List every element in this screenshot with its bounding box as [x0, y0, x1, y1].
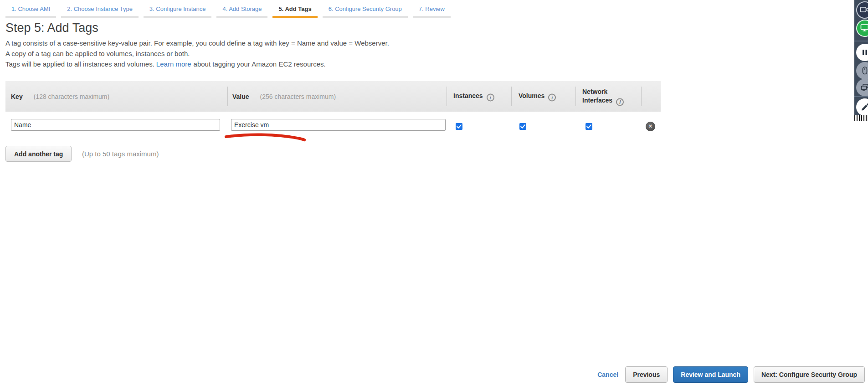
- network-interfaces-checkbox[interactable]: [586, 123, 592, 130]
- tab-add-tags[interactable]: 5. Add Tags: [272, 0, 317, 18]
- mouse-icon[interactable]: [856, 62, 868, 79]
- tag-key-input[interactable]: [11, 119, 220, 131]
- screens-icon[interactable]: [856, 79, 868, 96]
- previous-button[interactable]: Previous: [625, 366, 668, 383]
- tags-table: Key(128 characters maximum) Value(256 ch…: [5, 81, 661, 142]
- instances-column-label: Instances: [453, 92, 483, 99]
- column-divider: [447, 87, 447, 106]
- tab-configure-instance[interactable]: 3. Configure Instance: [144, 0, 212, 18]
- column-divider: [641, 87, 642, 106]
- launch-instance-wizard-page: 1. Choose AMI 2. Choose Instance Type 3.…: [0, 0, 868, 391]
- stripe-pattern: [854, 115, 868, 121]
- learn-more-link[interactable]: Learn more: [156, 60, 191, 68]
- value-column-label: Value: [232, 93, 249, 100]
- network-interfaces-column-label: Network Interfaces: [582, 87, 612, 103]
- page-title: Step 5: Add Tags: [5, 21, 98, 35]
- tag-description-line-3: Tags will be applied to all instances an…: [5, 59, 389, 69]
- checkmark-icon: [520, 123, 526, 129]
- volumes-column-header: Volumesi: [519, 92, 556, 101]
- key-column-hint: (128 characters maximum): [34, 93, 110, 100]
- cancel-link[interactable]: Cancel: [597, 371, 618, 378]
- key-column-label: Key: [11, 93, 23, 100]
- tab-configure-security-group[interactable]: 6. Configure Security Group: [323, 0, 408, 18]
- instances-info-icon[interactable]: i: [487, 93, 494, 101]
- next-configure-security-group-button[interactable]: Next: Configure Security Group: [754, 366, 865, 383]
- value-column-header: Value(256 characters maximum): [232, 93, 336, 100]
- toolbar-divider: [854, 41, 868, 41]
- tag-row: ✕: [5, 112, 661, 142]
- tab-choose-ami[interactable]: 1. Choose AMI: [5, 0, 56, 18]
- column-divider: [575, 87, 576, 106]
- delete-tag-button[interactable]: ✕: [646, 122, 655, 131]
- tag-description-line-2: A copy of a tag can be applied to volume…: [5, 48, 389, 59]
- key-column-header: Key(128 characters maximum): [11, 93, 109, 100]
- tag-description-line-1: A tag consists of a case-sensitive key-v…: [5, 38, 389, 48]
- checkmark-icon: [586, 123, 592, 129]
- wizard-step-nav: 1. Choose AMI 2. Choose Instance Type 3.…: [5, 0, 451, 18]
- video-camera-icon[interactable]: [856, 1, 868, 19]
- screen-recorder-toolbar: [854, 0, 868, 121]
- tag-description: A tag consists of a case-sensitive key-v…: [5, 38, 389, 69]
- instances-checkbox[interactable]: [456, 123, 462, 130]
- footer-divider: [0, 357, 868, 357]
- network-interfaces-column-header: Network Interfacesi: [582, 87, 635, 106]
- tab-add-storage[interactable]: 4. Add Storage: [216, 0, 267, 18]
- toolbar-divider: [854, 96, 868, 97]
- tab-review[interactable]: 7. Review: [413, 0, 451, 18]
- volumes-column-label: Volumes: [519, 92, 544, 99]
- tag-description-line-3-text: Tags will be applied to all instances an…: [5, 60, 154, 68]
- column-divider: [511, 87, 512, 106]
- instances-column-header: Instancesi: [453, 92, 494, 101]
- tab-choose-instance-type[interactable]: 2. Choose Instance Type: [61, 0, 139, 18]
- column-divider: [227, 87, 228, 106]
- add-another-tag-button[interactable]: Add another tag: [5, 146, 72, 162]
- checkmark-icon: [456, 123, 462, 129]
- pause-icon[interactable]: [856, 44, 868, 61]
- pencil-icon[interactable]: [856, 98, 868, 116]
- volumes-info-icon[interactable]: i: [548, 93, 556, 101]
- volumes-checkbox[interactable]: [519, 123, 526, 130]
- max-tags-hint: (Up to 50 tags maximum): [82, 150, 159, 158]
- monitor-icon[interactable]: [856, 20, 868, 37]
- tags-table-header: Key(128 characters maximum) Value(256 ch…: [5, 81, 661, 112]
- review-and-launch-button[interactable]: Review and Launch: [673, 366, 748, 383]
- value-column-hint: (256 characters maximum): [260, 93, 336, 100]
- network-interfaces-info-icon[interactable]: i: [616, 98, 624, 106]
- tag-value-input[interactable]: [231, 119, 446, 131]
- tag-description-line-3-suffix: about tagging your Amazon EC2 resources.: [194, 60, 326, 68]
- footer-actions: Cancel Previous Review and Launch Next: …: [597, 366, 865, 383]
